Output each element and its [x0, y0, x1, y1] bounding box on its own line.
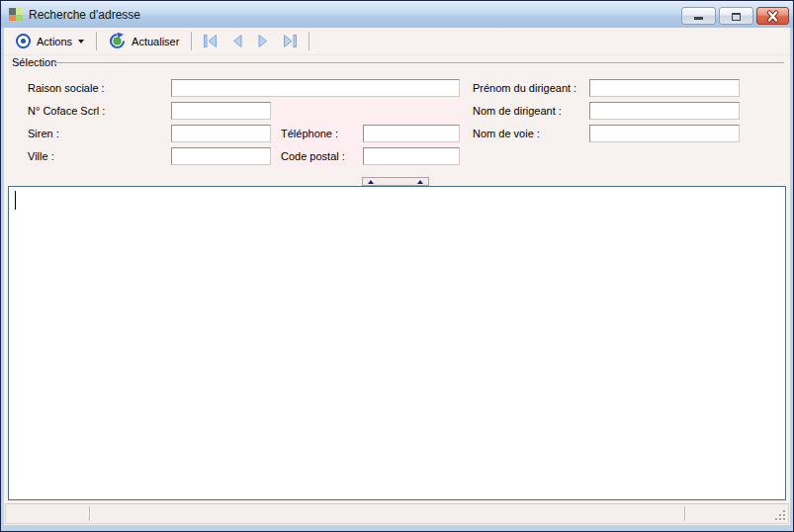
- close-icon: [765, 10, 780, 23]
- bullseye-icon: [16, 34, 31, 48]
- last-record-button[interactable]: [276, 32, 305, 50]
- window-controls: [681, 7, 789, 25]
- status-bar: [5, 503, 789, 524]
- actions-button-label: Actions: [37, 36, 72, 47]
- text-caret: [15, 191, 16, 210]
- selection-group-label: Sélection: [12, 56, 56, 69]
- coface-scrl-label: N° Coface Scrl :: [28, 102, 105, 120]
- up-arrow-icon: [417, 180, 423, 184]
- telephone-label: Téléphone :: [281, 125, 338, 142]
- chevron-down-icon: [78, 40, 84, 46]
- restore-button[interactable]: [719, 7, 753, 25]
- prenom-dirigeant-input[interactable]: [589, 79, 740, 97]
- refresh-icon: [109, 33, 126, 49]
- nom-dirigeant-input[interactable]: [589, 102, 740, 120]
- nom-voie-input[interactable]: [589, 125, 740, 142]
- minimize-button[interactable]: [681, 7, 716, 25]
- window-title: Recherche d'adresse: [29, 8, 140, 22]
- actions-button[interactable]: Actions: [8, 31, 92, 51]
- statusbar-separator: [89, 506, 90, 521]
- nom-dirigeant-label: Nom de dirigeant :: [473, 102, 562, 120]
- code-postal-input[interactable]: [363, 147, 460, 165]
- restore-icon: [732, 13, 741, 21]
- refresh-button[interactable]: Actualiser: [101, 30, 187, 52]
- prenom-dirigeant-label: Prénom du dirigeant :: [473, 79, 576, 97]
- previous-record-button[interactable]: [224, 32, 250, 50]
- first-record-button[interactable]: [196, 32, 224, 50]
- next-record-icon: [255, 34, 271, 48]
- ville-label: Ville :: [28, 147, 54, 165]
- refresh-button-label: Actualiser: [132, 36, 179, 47]
- last-record-icon: [281, 34, 300, 48]
- titlebar[interactable]: Recherche d'adresse: [1, 1, 793, 28]
- toolbar-separator: [191, 32, 192, 50]
- siren-input[interactable]: [171, 125, 271, 142]
- close-button[interactable]: [756, 7, 789, 25]
- raison-sociale-label: Raison sociale :: [28, 79, 105, 97]
- raison-sociale-input[interactable]: [171, 79, 460, 97]
- resize-grip[interactable]: [773, 508, 786, 521]
- up-arrow-icon: [368, 180, 374, 184]
- code-postal-label: Code postal :: [281, 147, 345, 165]
- siren-label: Siren :: [28, 125, 59, 142]
- results-area[interactable]: [8, 186, 786, 500]
- minimize-icon: [694, 17, 703, 20]
- previous-record-icon: [229, 34, 245, 48]
- recherche-adresse-window: Recherche d'adresse Actions: [0, 0, 794, 532]
- app-icon: [9, 8, 23, 21]
- coface-scrl-input[interactable]: [171, 102, 271, 120]
- telephone-input[interactable]: [363, 125, 460, 142]
- toolbar-separator: [309, 32, 309, 50]
- selection-group-line: [55, 62, 784, 64]
- nom-voie-label: Nom de voie :: [473, 125, 540, 142]
- client-area: Actions Actualiser: [4, 28, 790, 525]
- collapse-splitter[interactable]: [362, 177, 429, 186]
- first-record-icon: [201, 34, 220, 48]
- ville-input[interactable]: [171, 147, 271, 165]
- next-record-button[interactable]: [250, 32, 276, 50]
- toolbar-separator: [96, 32, 97, 50]
- toolbar: Actions Actualiser: [4, 28, 790, 55]
- statusbar-separator: [684, 506, 685, 521]
